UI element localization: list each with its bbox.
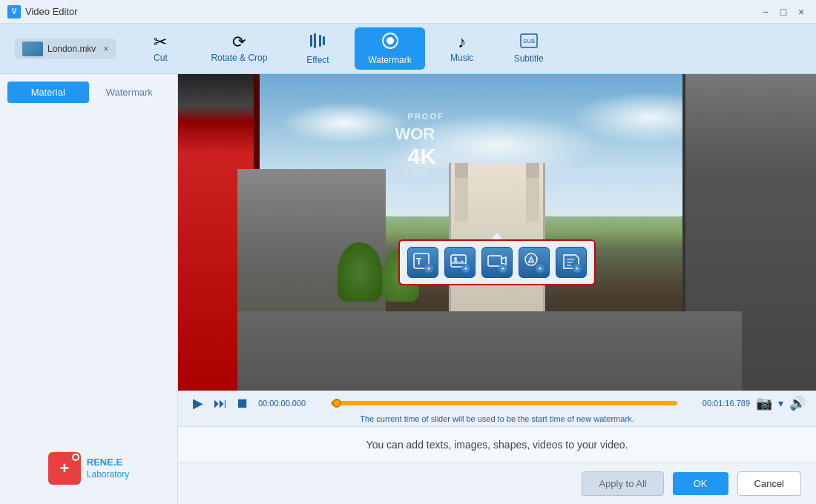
- cut-icon: ✂: [154, 34, 167, 50]
- video-controls: ▶ ⏭ ⏹ 00:00:00.000 00:01:16.789 📷 ▾ 🔊 Th…: [178, 391, 816, 426]
- file-name: London.mkv: [47, 44, 96, 54]
- tab-music[interactable]: ♪ Music: [432, 30, 492, 67]
- svg-text:+: +: [501, 265, 505, 273]
- logo-area: + RENE.E Laboratory: [48, 452, 129, 485]
- watermark-popup: T + +: [398, 233, 596, 285]
- tab-rotate-label: Rotate & Crop: [211, 53, 267, 63]
- tab-watermark[interactable]: Watermark: [355, 27, 424, 70]
- hint-text: The current time of slider will be used …: [360, 414, 634, 423]
- svg-text:+: +: [538, 265, 542, 273]
- content-area: Material Watermark + RENE.E Laboratory: [0, 74, 816, 504]
- sidebar: Material Watermark + RENE.E Laboratory: [0, 74, 178, 504]
- tab-effect-label: Effect: [306, 55, 329, 65]
- logo-line1: RENE.E: [87, 457, 129, 469]
- video-wrapper: PROOF WOR 4K T +: [178, 74, 816, 391]
- tree1: [338, 242, 382, 302]
- minimize-button[interactable]: −: [758, 4, 773, 19]
- maximize-button[interactable]: □: [776, 4, 791, 19]
- video-4k-text: WOR: [395, 125, 435, 144]
- title-bar-controls: − □ ×: [758, 4, 809, 19]
- svg-text:+: +: [464, 265, 468, 273]
- ok-button[interactable]: OK: [673, 472, 728, 495]
- logo-line2: Laboratory: [87, 469, 129, 481]
- video-section: PROOF WOR 4K T +: [178, 74, 816, 504]
- app-container: London.mkv × ✂ Cut ⟳ Rotate & Crop Effec…: [0, 24, 816, 504]
- apply-to-all-button[interactable]: Apply to All: [582, 471, 663, 496]
- title-bar-left: V Video Editor: [7, 5, 78, 19]
- svg-text:T: T: [416, 256, 422, 267]
- controls-row2: The current time of slider will be used …: [188, 414, 806, 423]
- add-text-button[interactable]: T +: [407, 247, 438, 278]
- screenshot-icon[interactable]: 📷: [756, 395, 772, 411]
- tab-effect[interactable]: Effect: [288, 27, 347, 70]
- effect-icon: [309, 32, 326, 53]
- video-4k-icon: 4K: [408, 144, 436, 169]
- volume-icon[interactable]: 🔊: [789, 395, 806, 411]
- timeline-thumb: [332, 399, 341, 408]
- sidebar-tab-material[interactable]: Material: [7, 82, 89, 103]
- logo-text: RENE.E Laboratory: [87, 457, 129, 480]
- stop-button[interactable]: ⏹: [233, 394, 252, 413]
- svg-text:SUB: SUB: [523, 38, 535, 44]
- sidebar-tabs: Material Watermark: [0, 82, 177, 109]
- subtitle-icon: SUB: [520, 33, 538, 51]
- svg-rect-0: [310, 35, 312, 47]
- description-text: You can add texts, images, shapes, video…: [366, 439, 628, 451]
- play-button[interactable]: ▶: [188, 394, 208, 413]
- svg-text:+: +: [427, 265, 431, 273]
- sidebar-tab-watermark[interactable]: Watermark: [89, 82, 171, 103]
- cancel-button[interactable]: Cancel: [737, 471, 801, 496]
- add-image-button[interactable]: +: [444, 247, 476, 278]
- svg-rect-3: [323, 36, 325, 45]
- road: [237, 311, 742, 391]
- rotate-icon: ⟳: [232, 34, 246, 50]
- watermark-icon: [381, 32, 399, 53]
- time-end: 00:01:16.789: [683, 399, 750, 408]
- app-title: Video Editor: [25, 6, 78, 17]
- sidebar-content: + RENE.E Laboratory: [0, 109, 177, 497]
- tab-cut-label: Cut: [154, 53, 168, 63]
- step-forward-button[interactable]: ⏭: [211, 394, 230, 413]
- tab-cut[interactable]: ✂ Cut: [131, 30, 190, 67]
- close-button[interactable]: ×: [794, 4, 809, 19]
- description-area: You can add texts, images, shapes, video…: [178, 426, 816, 462]
- svg-rect-2: [319, 35, 321, 47]
- controls-row1: ▶ ⏭ ⏹ 00:00:00.000 00:01:16.789 📷 ▾ 🔊: [188, 394, 806, 413]
- svg-text:+: +: [575, 265, 579, 273]
- tab-subtitle[interactable]: SUB Subtitle: [499, 29, 559, 68]
- tab-bar: London.mkv × ✂ Cut ⟳ Rotate & Crop Effec…: [0, 24, 816, 74]
- app-icon: V: [7, 5, 21, 19]
- popup-box: T + +: [398, 239, 596, 285]
- tab-watermark-label: Watermark: [368, 55, 411, 65]
- svg-point-5: [386, 37, 394, 44]
- add-shape-button[interactable]: +: [519, 247, 550, 278]
- camera-dropdown[interactable]: ▾: [778, 397, 783, 409]
- svg-rect-1: [314, 33, 316, 48]
- add-video-button[interactable]: +: [481, 247, 513, 278]
- title-bar: V Video Editor − □ ×: [0, 0, 816, 24]
- music-icon: ♪: [458, 34, 466, 50]
- add-other-button[interactable]: +: [556, 247, 587, 278]
- timeline-bar[interactable]: [331, 401, 677, 405]
- close-file-button[interactable]: ×: [103, 44, 108, 54]
- svg-rect-16: [488, 256, 501, 266]
- tab-music-label: Music: [450, 53, 473, 63]
- tab-rotate-crop[interactable]: ⟳ Rotate & Crop: [197, 30, 280, 67]
- video-overlay-text: PROOF: [408, 112, 444, 121]
- time-start: 00:00:00.000: [258, 399, 325, 408]
- logo-icon: +: [48, 452, 81, 485]
- tab-subtitle-label: Subtitle: [514, 53, 544, 64]
- bottom-bar: Apply to All OK Cancel: [178, 462, 816, 504]
- play-controls: ▶ ⏭ ⏹: [188, 394, 252, 413]
